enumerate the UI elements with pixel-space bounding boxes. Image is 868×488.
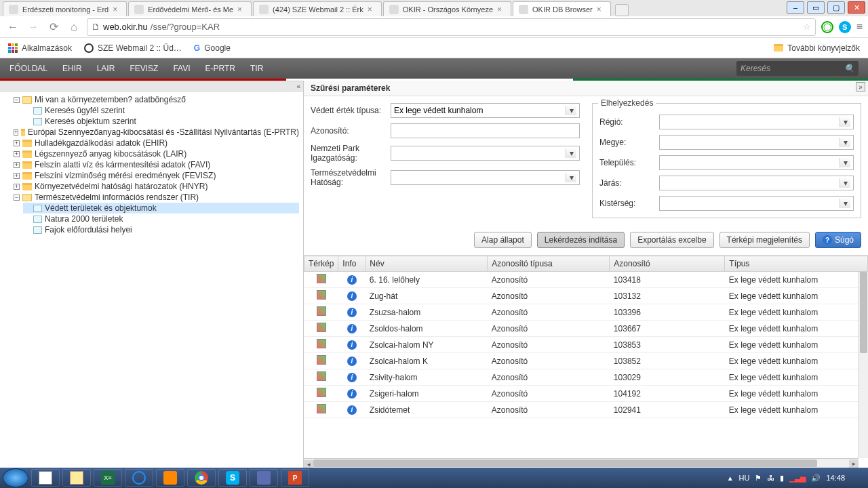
collapse-right-button[interactable]: » (856, 82, 865, 92)
combo-value-type[interactable]: Ex lege védett kunhalom▾ (391, 103, 580, 118)
info-icon[interactable]: i (347, 291, 357, 301)
table-row[interactable]: iZsivity-halomAzonosító103029Ex lege véd… (304, 369, 868, 386)
combo-county[interactable]: ▾ (659, 135, 854, 150)
info-icon[interactable]: i (347, 275, 357, 285)
apps-bookmark[interactable]: Alkalmazások (8, 43, 72, 53)
tree-folder[interactable]: +Légszennyező anyag kibocsátások (LAIR) (14, 148, 299, 159)
taskbar-item-ie[interactable] (125, 469, 153, 487)
other-bookmarks[interactable]: További könyvjelzők (774, 43, 860, 53)
map-icon[interactable] (317, 388, 326, 397)
tree-folder-open[interactable]: −Természetvédelmi információs rendszer (… (14, 192, 299, 203)
tree-leaf[interactable]: Keresés objektum szerint (23, 116, 299, 127)
browser-tab[interactable]: OKIR - Országos Környeze× (383, 1, 511, 16)
taskbar-item-chrome[interactable] (187, 469, 216, 487)
combo-region[interactable]: ▾ (659, 115, 854, 129)
column-header[interactable]: Típus (725, 256, 868, 272)
tab-close-icon[interactable]: × (497, 5, 505, 14)
tree-root[interactable]: −Mi van a környezetemben? adatböngésző (14, 94, 299, 105)
menu-item[interactable]: FAVI (173, 64, 190, 73)
minimize-button[interactable]: – (787, 1, 804, 14)
map-icon[interactable] (317, 306, 326, 316)
forward-button[interactable]: → (26, 20, 41, 35)
app-search-input[interactable]: Keresés🔍 (736, 61, 859, 76)
taskbar-item[interactable] (31, 469, 60, 487)
map-view-button[interactable]: Térképi megjelenítés (719, 232, 810, 248)
table-row[interactable]: iZsidótemetAzonosító102941Ex lege védett… (304, 402, 868, 418)
table-row[interactable]: iZsigeri-halomAzonosító104192Ex lege véd… (304, 386, 868, 402)
home-button[interactable]: ⌂ (66, 20, 81, 35)
table-row[interactable]: i6. 16. lelőhelyAzonosító103418Ex lege v… (304, 272, 868, 288)
maximize-button[interactable]: ▢ (827, 1, 845, 14)
language-indicator[interactable]: HU (739, 474, 750, 482)
column-header[interactable]: Név (366, 256, 488, 272)
run-query-button[interactable]: Lekérdezés indítása (537, 232, 625, 248)
combo-microregion[interactable]: ▾ (659, 196, 854, 211)
extension-icon[interactable]: ◯ (821, 21, 833, 33)
browser-tab[interactable]: Erdészeti monitoring - Erd× (3, 1, 127, 16)
browser-tab[interactable]: Erdővédelmi Mérő- és Me× (128, 1, 252, 16)
map-icon[interactable] (317, 371, 326, 381)
chrome-menu-icon[interactable]: ≡ (856, 21, 863, 33)
map-icon[interactable] (317, 290, 326, 300)
map-icon[interactable] (317, 355, 326, 365)
info-icon[interactable]: i (347, 308, 357, 317)
column-header[interactable]: Info (338, 256, 366, 272)
tree-leaf[interactable]: Fajok előfordulási helyei (23, 224, 299, 235)
info-icon[interactable]: i (347, 340, 357, 350)
combo-npark[interactable]: ▾ (391, 146, 580, 161)
input-identifier[interactable] (391, 123, 580, 138)
browser-tab[interactable]: OKIR DB Browser× (513, 1, 611, 16)
combo-district[interactable]: ▾ (659, 176, 854, 190)
table-row[interactable]: iZsuzsa-halomAzonosító103396Ex lege véde… (304, 304, 868, 321)
start-button[interactable] (3, 468, 28, 487)
info-icon[interactable]: i (347, 324, 357, 333)
tree-folder[interactable]: +Hulladékgazdálkodási adatok (EHIR) (14, 138, 299, 148)
bookmark-star-icon[interactable]: ☆ (803, 22, 811, 32)
tray-icon[interactable]: ⚑ (755, 474, 762, 483)
table-row[interactable]: iZsolcai-halom KAzonosító103852Ex lege v… (304, 353, 868, 369)
tray-overflow-icon[interactable]: ▲ (727, 474, 734, 482)
menu-item[interactable]: LAIR (97, 64, 115, 73)
vertical-scrollbar[interactable] (859, 272, 868, 458)
menu-item[interactable]: FEVISZ (130, 64, 158, 73)
tree-folder[interactable]: +Felszíni vízminőség mérési eredmények (… (14, 170, 299, 181)
column-header[interactable]: Azonosító típusa (488, 256, 610, 272)
column-header[interactable]: Térkép (304, 256, 338, 272)
taskbar-item-skype[interactable]: S (218, 469, 247, 487)
clock[interactable]: 14:48 (826, 474, 845, 482)
menu-item[interactable]: FŐOLDAL (9, 64, 47, 73)
tree-leaf[interactable]: Natura 2000 területek (23, 214, 299, 224)
table-row[interactable]: iZug-hátAzonosító103132Ex lege védett ku… (304, 288, 868, 304)
combo-authority[interactable]: ▾ (391, 170, 580, 185)
tab-close-icon[interactable]: × (237, 5, 245, 14)
battery-icon[interactable]: ▮ (780, 474, 784, 483)
bookmark-google[interactable]: G Google (194, 43, 231, 53)
combo-settlement[interactable]: ▾ (659, 155, 854, 170)
reload-button[interactable]: ⟳ (46, 20, 61, 35)
map-icon[interactable] (317, 323, 326, 332)
tree-leaf-selected[interactable]: Védett területek és objektumok (23, 203, 299, 214)
skype-extension-icon[interactable]: S (839, 21, 851, 33)
menu-item[interactable]: TIR (250, 64, 263, 73)
info-icon[interactable]: i (347, 373, 357, 382)
taskbar-item-powerpoint[interactable]: P (281, 469, 309, 487)
tab-close-icon[interactable]: × (113, 5, 121, 14)
map-icon[interactable] (317, 339, 326, 348)
tree-folder[interactable]: +Felszín alatti víz és kármentesítési ad… (14, 159, 299, 170)
info-icon[interactable]: i (347, 357, 357, 366)
collapse-sidebar-button[interactable]: « (0, 81, 303, 92)
tab-close-icon[interactable]: × (368, 5, 376, 14)
taskbar-item-excel[interactable]: X≡ (94, 469, 122, 487)
browser-tab[interactable]: (424) SZE Webmail 2 :: Érk× (253, 1, 382, 16)
table-row[interactable]: iZsolcai-halom NYAzonosító103853Ex lege … (304, 337, 868, 353)
menu-item[interactable]: E-PRTR (205, 64, 235, 73)
map-icon[interactable] (317, 404, 326, 413)
volume-icon[interactable]: 🔊 (811, 474, 821, 483)
help-button[interactable]: ?Súgó (815, 232, 861, 248)
restore-button[interactable]: ▭ (807, 1, 825, 14)
address-bar[interactable]: 🗋 web.okir.hu/sse/?group=KAR ☆ (87, 18, 816, 36)
tree-folder[interactable]: +Európai Szennyezőanyag-kibocsátási és -… (14, 127, 299, 138)
tree-folder[interactable]: +Környezetvédelmi hatósági határozatok (… (14, 181, 299, 192)
export-excel-button[interactable]: Exportálás excelbe (630, 232, 713, 248)
bookmark-sze[interactable]: SZE Webmail 2 :: Üd… (84, 43, 182, 53)
